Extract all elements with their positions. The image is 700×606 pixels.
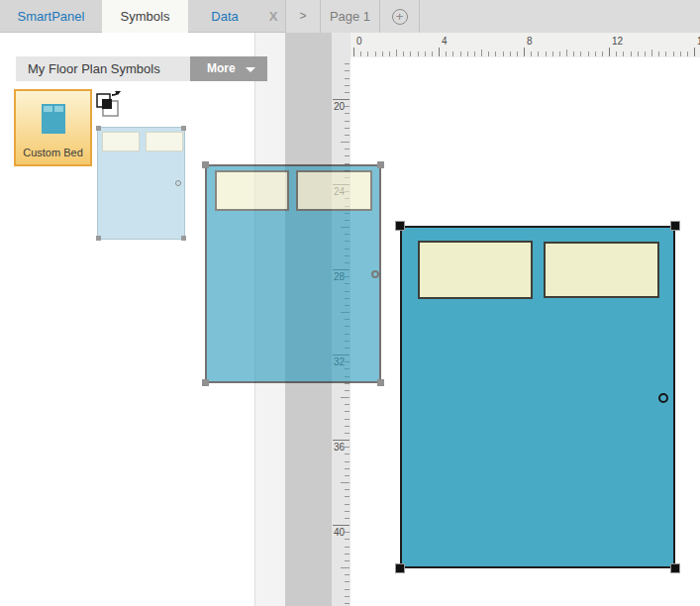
ruler-tick [410, 51, 411, 56]
ruler-tick [602, 51, 603, 56]
ruler-tick [333, 99, 350, 100]
ruler-tick [503, 51, 504, 56]
ghost-pillow [146, 132, 183, 152]
ruler-tick [488, 51, 489, 56]
ruler-label: 36 [334, 442, 345, 453]
ruler-tick [345, 128, 350, 129]
ruler-tick [341, 567, 350, 568]
panel-close-button[interactable]: X [261, 0, 285, 33]
ruler-tick [345, 532, 350, 533]
ruler-tick [573, 51, 574, 56]
ruler-tick [645, 51, 646, 56]
ghost-pillow [102, 132, 140, 152]
tab-symbols[interactable]: Symbols [102, 0, 188, 34]
ruler-tick [432, 51, 433, 56]
ruler-tick [382, 51, 383, 56]
ruler-tick [566, 50, 567, 56]
ruler-tick [495, 51, 496, 56]
ruler-tick [341, 397, 350, 398]
ruler-tick [538, 51, 539, 56]
ruler-label: 0 [356, 36, 362, 47]
add-page-icon: + [392, 9, 408, 25]
ruler-label: 8 [527, 36, 533, 47]
ruler-tick [580, 51, 581, 56]
ruler-tick [616, 51, 617, 56]
floor-plan-app: SmartPanel Symbols Data X > Page 1 + My … [0, 0, 700, 606]
ruler-label: 12 [612, 36, 623, 47]
more-button[interactable]: More [190, 56, 267, 81]
ghost-rotation-handle [175, 180, 181, 186]
custom-bed-tile[interactable]: Custom Bed [14, 89, 92, 166]
ghost-handle [181, 236, 186, 241]
ruler-tick [341, 142, 350, 143]
ruler-tick [345, 149, 350, 150]
ruler-tick [345, 454, 350, 454]
placed-bed-shape[interactable] [400, 226, 675, 568]
ruler-tick [345, 539, 350, 540]
drag-copy-cursor-icon [94, 90, 124, 120]
rotation-handle[interactable] [658, 393, 668, 403]
chevron-down-icon [246, 67, 255, 72]
ruler-tick [345, 155, 350, 156]
tab-smartpanel[interactable]: SmartPanel [0, 0, 102, 33]
resize-handle-top-left[interactable] [395, 221, 405, 231]
ruler-tick [345, 404, 350, 405]
ruler-tick [345, 411, 350, 412]
ruler-tick [345, 518, 350, 519]
ruler-tick [345, 113, 350, 114]
ruler-tick [452, 51, 453, 56]
ruler-tick [595, 51, 596, 56]
tab-data[interactable]: Data [188, 0, 261, 33]
ruler-tick [333, 440, 350, 441]
ruler-tick [631, 51, 632, 56]
pillow-icon [44, 106, 52, 112]
ruler-tick [446, 51, 447, 56]
ruler-tick [345, 496, 350, 497]
ruler-tick [687, 51, 688, 56]
add-page-button[interactable]: + [380, 0, 420, 33]
ruler-tick [588, 51, 589, 56]
ruler-tick [638, 51, 639, 56]
resize-handle-bottom-left[interactable] [395, 563, 405, 573]
ruler-tick [345, 581, 350, 582]
ruler-tick [345, 574, 350, 575]
ruler-label: 20 [334, 101, 345, 112]
ruler-tick [367, 51, 368, 56]
page-prev-button[interactable]: > [286, 0, 321, 33]
ruler-tick [345, 106, 350, 107]
ruler-tick [623, 51, 624, 56]
ruler-tick [345, 426, 350, 427]
ruler-tick [345, 461, 350, 462]
bed-pillow [418, 241, 533, 299]
ruler-tick [524, 48, 525, 56]
ruler-tick [353, 48, 354, 56]
ruler-tick [345, 589, 350, 590]
ruler-label: 4 [442, 36, 448, 47]
horizontal-ruler: 0481216 [350, 33, 700, 57]
ruler-tick [345, 489, 350, 490]
resize-handle-bottom-right[interactable] [670, 563, 680, 573]
ruler-tick [345, 596, 350, 597]
ruler-tick [345, 70, 350, 71]
custom-bed-label: Custom Bed [16, 147, 90, 158]
tab-page-1[interactable]: Page 1 [321, 0, 380, 33]
ruler-tick [651, 50, 652, 56]
ruler-tick [345, 85, 350, 86]
ruler-tick [345, 603, 350, 604]
ruler-tick [418, 51, 419, 56]
ruler-tick [345, 135, 350, 136]
ruler-tick [517, 51, 518, 56]
symbol-drag-ghost [97, 127, 185, 240]
more-button-label: More [207, 61, 236, 75]
ruler-tick [345, 504, 350, 505]
ruler-tick [345, 419, 350, 420]
bed-pillow [296, 170, 372, 211]
ruler-tick [552, 51, 553, 56]
ruler-tick [510, 51, 511, 56]
resize-handle-top-right[interactable] [670, 221, 680, 231]
ruler-tick [658, 51, 659, 56]
ruler-tick [345, 121, 350, 122]
drag-handle [202, 161, 209, 168]
dragged-bed-shape[interactable] [205, 164, 381, 383]
ruler-tick [345, 63, 350, 64]
